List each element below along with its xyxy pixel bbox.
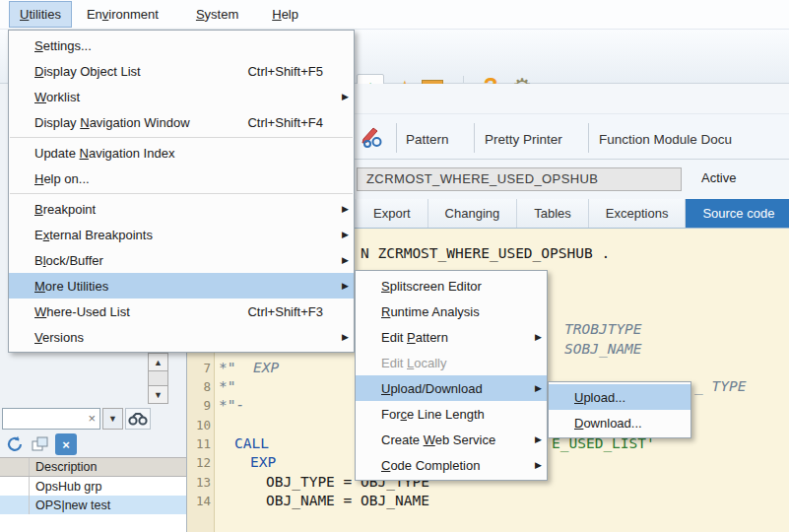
menu-item-shortcut: Ctrl+Shift+F5 bbox=[247, 64, 337, 79]
line-number: 9 bbox=[187, 396, 211, 415]
menu-item-shortcut: Ctrl+Shift+F3 bbox=[247, 304, 337, 319]
submenu-arrow-icon: ▶ bbox=[530, 383, 542, 393]
results-table: Description OpsHub grpOPS|new test bbox=[0, 457, 186, 532]
tab-exceptions[interactable]: Exceptions bbox=[589, 199, 687, 228]
menu-item-edit-locally: Edit Locally bbox=[356, 350, 547, 375]
menu-item-breakpoint[interactable]: Breakpoint▶ bbox=[9, 196, 354, 222]
menu-item-label: Edit Locally bbox=[381, 356, 447, 370]
code-fragment: OBJ_NAME = OBJ_NAME bbox=[266, 492, 429, 510]
menu-item-label: Download... bbox=[574, 416, 642, 431]
table-body: OpsHub grpOPS|new test bbox=[0, 477, 186, 514]
tab-changing[interactable]: Changing bbox=[428, 199, 518, 228]
clear-icon[interactable]: × bbox=[88, 411, 96, 426]
menubar-utilities[interactable]: Utilities bbox=[10, 2, 71, 27]
menu-item-runtime-analysis[interactable]: Runtime Analysis bbox=[356, 299, 547, 324]
upload-download-submenu: Upload...Download... bbox=[548, 381, 691, 438]
menu-item-label: Display Navigation Window bbox=[34, 115, 190, 130]
menu-item-label: Update Navigation Index bbox=[34, 146, 174, 161]
menubar-help[interactable]: Help bbox=[262, 2, 308, 27]
chevron-down-icon[interactable]: ▼ bbox=[102, 408, 123, 430]
pretty-printer-button[interactable]: Pretty Printer bbox=[485, 127, 562, 153]
menu-item-label: Display Object List bbox=[34, 64, 141, 79]
menu-item-label: Code Completion bbox=[381, 458, 480, 473]
line-number: 12 bbox=[187, 453, 211, 472]
menu-item-display-navigation-window[interactable]: Display Navigation WindowCtrl+Shift+F4 bbox=[9, 109, 354, 135]
description-column-header: Description bbox=[30, 460, 186, 474]
menu-item-worklist[interactable]: Worklist▶ bbox=[9, 84, 354, 109]
refresh-icon[interactable] bbox=[4, 433, 26, 455]
line-number: 7 bbox=[187, 359, 211, 377]
menu-bar: UtilitiesEnvironmentSystemHelp bbox=[0, 0, 789, 30]
display-change-icon[interactable] bbox=[359, 124, 386, 150]
menu-item-create-web-service[interactable]: Create Web Service▶ bbox=[356, 427, 547, 452]
menu-item-shortcut: Ctrl+Shift+F4 bbox=[247, 115, 337, 130]
table-row[interactable]: OpsHub grp bbox=[0, 477, 186, 496]
menu-item-external-breakpoints[interactable]: External Breakpoints▶ bbox=[9, 222, 354, 247]
menu-item-splitscreen-editor[interactable]: Splitscreen Editor bbox=[356, 273, 547, 299]
submenu-arrow-icon: ▶ bbox=[337, 332, 349, 342]
menu-item-more-utilities[interactable]: More Utilities▶ bbox=[9, 273, 354, 299]
menu-item-label: Upload/Download bbox=[381, 381, 483, 396]
menu-item-label: Splitscreen Editor bbox=[381, 279, 482, 294]
submenu-arrow-icon: ▶ bbox=[337, 230, 349, 239]
tab-export[interactable]: Export bbox=[357, 199, 428, 228]
code-fragment: *" bbox=[219, 377, 235, 396]
code-fragment: *"- bbox=[219, 396, 244, 415]
line-number: 14 bbox=[187, 492, 211, 510]
menu-item-display-object-list[interactable]: Display Object ListCtrl+Shift+F5 bbox=[9, 58, 354, 84]
menu-item-force-line-length[interactable]: Force Line Length bbox=[356, 401, 547, 427]
more-utilities-submenu: Splitscreen EditorRuntime AnalysisEdit P… bbox=[355, 270, 548, 481]
code-fragment: EXP bbox=[250, 453, 276, 472]
status-active-label: Active bbox=[701, 170, 736, 185]
code-fragment: N ZCRMOST_WHERE_USED_OPSHUB . bbox=[361, 244, 610, 263]
scroll-down-icon[interactable]: ▼ bbox=[148, 385, 168, 404]
submenu-arrow-icon: ▶ bbox=[337, 92, 349, 101]
row-description-cell: OpsHub grp bbox=[30, 480, 186, 494]
toolbar-separator bbox=[396, 123, 397, 153]
menu-item-label: Breakpoint bbox=[34, 202, 96, 217]
search-input[interactable]: × bbox=[2, 408, 100, 430]
menu-item-upload[interactable]: Upload... bbox=[549, 384, 690, 410]
tab-tables[interactable]: Tables bbox=[517, 199, 589, 228]
scroll-up-icon[interactable]: ▲ bbox=[148, 353, 168, 371]
table-row[interactable]: OPS|new test bbox=[0, 496, 186, 514]
menu-item-code-completion[interactable]: Code Completion▶ bbox=[356, 452, 547, 478]
menu-separator bbox=[10, 137, 353, 138]
binoculars-icon[interactable] bbox=[125, 408, 151, 430]
menu-item-edit-pattern[interactable]: Edit Pattern▶ bbox=[356, 324, 547, 350]
submenu-arrow-icon: ▶ bbox=[530, 434, 542, 444]
icon-column-header bbox=[0, 458, 30, 476]
menu-item-label: Create Web Service bbox=[381, 432, 495, 447]
scrollbar-track[interactable] bbox=[148, 371, 168, 385]
submenu-arrow-icon: ▶ bbox=[337, 255, 349, 265]
menu-item-versions[interactable]: Versions▶ bbox=[9, 324, 354, 350]
toolbar-separator bbox=[588, 123, 589, 153]
menu-item-label: External Breakpoints bbox=[34, 228, 153, 242]
function-module-docu-button[interactable]: Function Module Docu bbox=[599, 127, 732, 153]
menubar-system[interactable]: System bbox=[186, 2, 248, 27]
refresh-all-icon[interactable] bbox=[30, 433, 51, 455]
pattern-button[interactable]: Pattern bbox=[406, 127, 449, 153]
submenu-arrow-icon: ▶ bbox=[337, 204, 349, 214]
menu-item-label: Upload... bbox=[574, 390, 625, 405]
menu-item-label: Help on... bbox=[34, 171, 90, 186]
submenu-arrow-icon: ▶ bbox=[337, 281, 349, 291]
menubar-environment[interactable]: Environment bbox=[77, 2, 168, 27]
menu-item-label: Runtime Analysis bbox=[381, 304, 480, 319]
menu-item-help-on[interactable]: Help on... bbox=[9, 166, 354, 191]
menu-item-label: Settings... bbox=[34, 38, 92, 53]
line-number: 11 bbox=[187, 434, 211, 453]
menu-item-label: Worklist bbox=[34, 90, 80, 104]
menu-item-settings[interactable]: Settings... bbox=[9, 33, 354, 58]
object-name-field[interactable]: ZCRMOST_WHERE_USED_OPSHUB bbox=[357, 167, 682, 191]
menu-item-download[interactable]: Download... bbox=[549, 410, 690, 435]
tab-source-code[interactable]: Source code bbox=[686, 199, 789, 228]
menu-item-label: Where-Used List bbox=[34, 304, 130, 319]
menu-item-block-buffer[interactable]: Block/Buffer▶ bbox=[9, 247, 354, 273]
menu-item-update-navigation-index[interactable]: Update Navigation Index bbox=[9, 140, 354, 166]
menu-item-label: Block/Buffer bbox=[34, 253, 103, 268]
code-fragment: *" EXP bbox=[219, 359, 279, 377]
close-icon[interactable]: × bbox=[55, 433, 77, 455]
menu-item-where-used-list[interactable]: Where-Used ListCtrl+Shift+F3 bbox=[9, 299, 354, 324]
menu-item-upload-download[interactable]: Upload/Download▶ bbox=[356, 375, 547, 401]
